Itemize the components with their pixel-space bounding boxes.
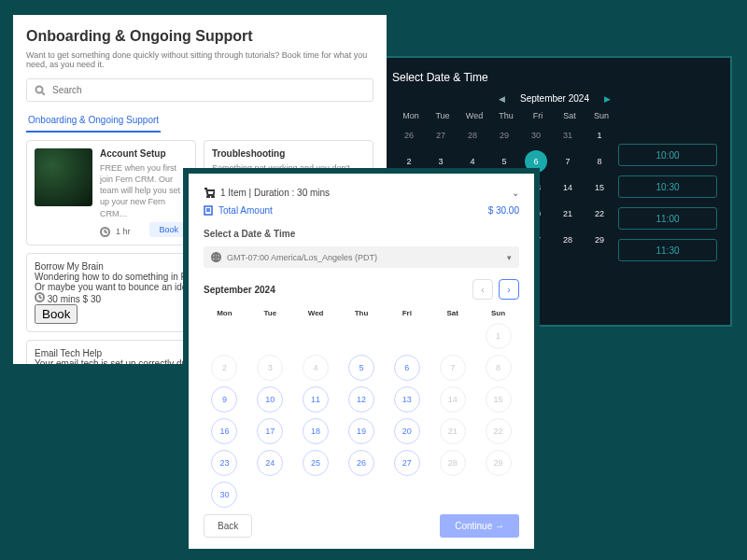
booking-calendar: MonTueWedThuFriSatSun1234567891011121314… — [204, 309, 519, 508]
calendar-day[interactable]: 30 — [211, 482, 237, 508]
svg-point-5 — [207, 196, 209, 198]
card-title: Account Setup — [100, 148, 188, 159]
calendar-day[interactable]: 6 — [394, 355, 420, 381]
back-button[interactable]: Back — [204, 514, 252, 538]
dark-cal-heading: Select Date & Time — [379, 58, 730, 90]
time-slot[interactable]: 10:30 — [618, 175, 717, 198]
calendar-day: 8 — [486, 355, 512, 381]
booking-panel: 1 Item | Duration : 30 mins ⌄ Total Amou… — [183, 168, 540, 554]
dow-header: Wed — [295, 309, 337, 317]
search-input[interactable] — [50, 84, 365, 96]
dark-cal-month-nav: ◀ September 2024 ▶ — [379, 90, 730, 111]
cart-text: 1 Item | Duration : 30 mins — [220, 188, 330, 198]
clock-icon — [35, 292, 45, 302]
dow-header: Thu — [341, 309, 383, 317]
dow-header: Fri — [525, 111, 551, 120]
calendar-day[interactable]: 25 — [303, 450, 329, 476]
calendar-day[interactable]: 15 — [588, 176, 611, 199]
day-prev-month: 26 — [398, 124, 420, 147]
book-button[interactable]: Book — [35, 304, 78, 324]
calendar-day: 28 — [440, 450, 466, 476]
card-account-setup: Account Setup FREE when you first join F… — [26, 140, 196, 245]
cart-icon — [204, 187, 215, 198]
calendar-day: 2 — [211, 355, 237, 381]
dow-header: Sat — [431, 309, 473, 317]
calendar-day: 1 — [486, 323, 512, 349]
dow-header: Sun — [588, 111, 614, 120]
next-month-button[interactable]: › — [499, 279, 519, 300]
booking-month-label: September 2024 — [204, 285, 275, 295]
dow-header: Sun — [477, 309, 519, 317]
day-prev-month: 29 — [493, 124, 515, 147]
calendar-day[interactable]: 19 — [348, 418, 374, 444]
calendar-day: 14 — [440, 386, 466, 413]
calendar-day[interactable]: 16 — [211, 418, 237, 444]
search-box[interactable] — [26, 78, 374, 102]
calendar-day[interactable]: 18 — [303, 418, 329, 444]
calendar-day: 29 — [486, 450, 512, 476]
price: $ 30 — [83, 294, 101, 304]
calendar-day[interactable]: 27 — [394, 450, 420, 476]
calendar-day: 7 — [440, 355, 466, 381]
calendar-day: 15 — [486, 386, 512, 413]
prev-month-icon[interactable]: ◀ — [499, 94, 505, 104]
dow-header: Tue — [249, 309, 291, 317]
calendar-day[interactable]: 1 — [588, 124, 611, 147]
total-amount: $ 30.00 — [488, 205, 519, 216]
chevron-down-icon[interactable]: ⌄ — [512, 188, 519, 198]
calendar-day: 21 — [440, 418, 466, 444]
next-month-icon[interactable]: ▶ — [604, 94, 611, 104]
dark-cal-month-label: September 2024 — [520, 93, 589, 104]
dow-header: Wed — [461, 111, 487, 120]
card-title: Troubleshooting — [212, 148, 365, 159]
calendar-day: 3 — [257, 355, 283, 381]
calendar-day[interactable]: 11 — [303, 386, 329, 413]
calendar-day[interactable]: 12 — [348, 386, 374, 413]
calendar-day[interactable]: 24 — [257, 450, 283, 476]
calendar-day[interactable]: 13 — [394, 386, 420, 413]
calendar-day[interactable]: 5 — [348, 355, 374, 381]
calendar-day[interactable]: 21 — [557, 203, 579, 225]
calendar-day[interactable]: 23 — [211, 450, 237, 476]
receipt-icon — [204, 205, 214, 216]
card-desc: FREE when you first join Fern CRM. Our t… — [100, 162, 188, 219]
calendar-day: 4 — [303, 355, 329, 381]
page-title: Onboarding & Ongoing Support — [26, 28, 374, 45]
day-prev-month: 30 — [525, 124, 547, 147]
calendar-day[interactable]: 9 — [211, 386, 237, 413]
timezone-value: GMT-07:00 America/Los_Angeles (PDT) — [227, 253, 377, 262]
chevron-down-icon: ▾ — [507, 253, 512, 262]
section-heading: Select a Date & Time — [204, 229, 519, 239]
calendar-day[interactable]: 20 — [394, 418, 420, 444]
total-label: Total Amount — [204, 205, 273, 216]
calendar-day[interactable]: 28 — [557, 229, 579, 251]
tab-onboarding[interactable]: Onboarding & Ongoing Support — [26, 111, 161, 133]
calendar-day[interactable]: 22 — [588, 203, 611, 225]
duration: 30 mins — [48, 294, 80, 304]
calendar-day[interactable]: 29 — [588, 229, 611, 251]
cart-summary[interactable]: 1 Item | Duration : 30 mins ⌄ — [204, 187, 519, 198]
calendar-day[interactable]: 26 — [348, 450, 374, 476]
timezone-select[interactable]: GMT-07:00 America/Los_Angeles (PDT) ▾ — [204, 246, 519, 268]
time-slot[interactable]: 10:00 — [618, 144, 717, 166]
calendar-day[interactable]: 14 — [557, 176, 579, 199]
dow-header: Fri — [386, 309, 428, 317]
dow-header: Mon — [204, 309, 246, 317]
globe-icon — [211, 252, 221, 262]
fern-thumbnail — [35, 148, 92, 206]
prev-month-button[interactable]: ‹ — [472, 279, 493, 300]
continue-button[interactable]: Continue → — [440, 514, 519, 538]
time-slot[interactable]: 11:00 — [618, 207, 717, 230]
svg-point-0 — [36, 87, 43, 93]
calendar-day[interactable]: 17 — [257, 418, 283, 444]
book-button[interactable]: Book — [149, 222, 188, 237]
clock-icon — [100, 227, 110, 237]
dow-header: Tue — [430, 111, 456, 120]
time-slot[interactable]: 11:30 — [618, 239, 717, 261]
svg-point-6 — [212, 196, 214, 198]
day-prev-month: 31 — [557, 124, 579, 147]
calendar-day[interactable]: 10 — [257, 386, 283, 413]
calendar-day[interactable]: 8 — [588, 150, 611, 173]
calendar-day[interactable]: 7 — [557, 150, 579, 173]
dow-header: Thu — [493, 111, 519, 120]
